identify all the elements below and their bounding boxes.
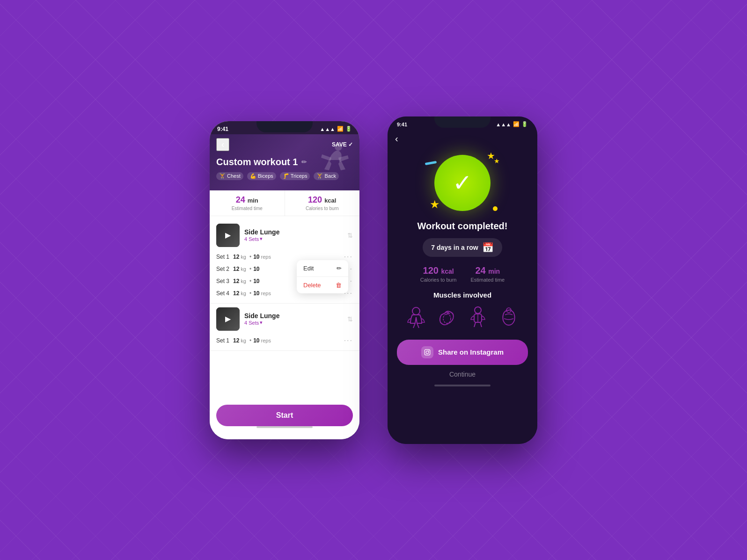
blue-dash-decoration [425, 160, 437, 165]
set-kg-1-1: kg [241, 254, 246, 260]
chevron-down-icon: ▾ [260, 236, 263, 242]
set-kg-1-4: kg [241, 291, 246, 296]
exercise-sets-2[interactable]: 4 Sets ▾ [244, 320, 343, 326]
hero-area: ‹ SAVE ✓ Custom workout 1 ✏ 🏋 Chest 💪 Bi… [210, 134, 359, 190]
time-stat: 24 min Estimated time [210, 190, 285, 216]
workout-title: Custom workout 1 [216, 157, 298, 167]
exercise-name-1: Side Lunge [244, 228, 343, 236]
phone1-time: 9:41 [217, 126, 228, 132]
set-label-1-3: Set 3 [216, 278, 233, 284]
p2-battery-icon: 🔋 [521, 121, 528, 127]
calories-value: 120 kcal [289, 195, 356, 205]
time-unit: min [248, 197, 258, 204]
star-icon-2: ★ [430, 198, 440, 211]
calories-stat: 120 kcal Calories to burn [285, 190, 360, 216]
workout-title-row: Custom workout 1 ✏ [210, 155, 359, 169]
exercise-thumb-2[interactable]: ▶ [216, 307, 240, 331]
set-weight-1-4: 12 [233, 290, 239, 297]
muscles-title: Muscles involved [397, 291, 528, 299]
continue-button[interactable]: Continue [449, 371, 476, 378]
instagram-share-button[interactable]: Share on Instagram [397, 340, 528, 365]
workout-completed-title: Workout completed! [417, 221, 508, 232]
context-menu-delete[interactable]: Delete 🗑 [297, 277, 348, 293]
p2-time-label: Estimated time [470, 277, 505, 283]
set-reps-unit-1-1: reps [261, 254, 271, 260]
exercise-thumb-1[interactable]: ▶ [216, 224, 240, 247]
start-button[interactable]: Start [216, 405, 353, 426]
more-icon-2-1[interactable]: ··· [344, 336, 353, 345]
start-button-container: Start [210, 399, 359, 439]
svg-rect-7 [425, 349, 430, 355]
streak-text: 7 days in a row [431, 244, 478, 251]
set-dot-1-3: • [249, 278, 251, 284]
context-menu-edit[interactable]: Edit ✏ [297, 260, 348, 277]
phone2-status-icons: ▲▲▲ 📶 🔋 [496, 121, 528, 127]
sort-icon-1[interactable]: ⇅ [347, 232, 353, 239]
set-reps-1-3: 10 [253, 278, 259, 284]
sort-icon-2[interactable]: ⇅ [347, 315, 353, 323]
instagram-button-label: Share on Instagram [438, 348, 504, 356]
phones-container: 9:41 ▲▲▲ 📶 🔋 [210, 116, 537, 444]
p2-signal-icon: ▲▲▲ [496, 122, 511, 127]
exercise-sets-1[interactable]: 4 Sets ▾ [244, 236, 343, 242]
p2-time-number: 24 [475, 265, 485, 276]
back-button[interactable]: ‹ [216, 138, 229, 151]
muscle-tag-biceps[interactable]: 💪 Biceps [247, 172, 276, 180]
set-reps-2-1: 10 [253, 337, 259, 344]
play-icon-1: ▶ [225, 231, 231, 240]
set-dot-1-4: • [249, 290, 251, 297]
set-reps-1-2: 10 [253, 266, 259, 272]
edit-label: Edit [303, 265, 314, 272]
set-dot-1-1: • [249, 254, 251, 260]
signal-icon: ▲▲▲ [320, 126, 335, 132]
save-button[interactable]: SAVE ✓ [332, 141, 353, 148]
instagram-icon [421, 346, 433, 358]
muscle-tag-chest[interactable]: 🏋 Chest [216, 172, 243, 180]
streak-badge: 7 days in a row 📅 [423, 238, 502, 257]
p2-calories-stat: 120 kcal Calories to burn [420, 265, 457, 283]
muscles-icons [397, 305, 528, 330]
yellow-dot-decoration [493, 206, 498, 211]
set-reps-1-1: 10 [253, 254, 259, 260]
p2-calories-number: 120 [423, 265, 439, 276]
set-weight-1-1: 12 [233, 254, 239, 260]
set-kg-1-2: kg [241, 266, 246, 272]
set-weight-1-2: 12 [233, 266, 239, 272]
phone2-back-button[interactable]: ‹ [388, 130, 406, 148]
p2-time-unit: min [488, 268, 500, 275]
svg-point-8 [426, 351, 429, 354]
exercise-sets-label-1: 4 Sets [244, 236, 259, 242]
streak-emoji: 📅 [482, 242, 494, 253]
exercise-name-2: Side Lunge [244, 312, 343, 320]
phone1-home-indicator [256, 426, 313, 428]
set-label-1-1: Set 1 [216, 254, 233, 260]
more-icon-1-1[interactable]: ··· [344, 253, 353, 261]
star-icon-3: ★ [494, 157, 500, 165]
time-number: 24 [236, 195, 245, 204]
svg-point-1 [412, 307, 420, 315]
muscle-tag-triceps[interactable]: 🦵 Triceps [280, 172, 310, 180]
p2-calories-value: 120 kcal [420, 265, 457, 276]
success-circle: ✓ [434, 155, 491, 211]
set-reps-1-4: 10 [253, 290, 259, 297]
exercise-card-2: ▶ Side Lunge 4 Sets ▾ ⇅ Set 1 [210, 304, 359, 351]
chest-label: Chest [227, 173, 241, 179]
chevron-down-icon-2: ▾ [260, 320, 263, 326]
edit-title-icon[interactable]: ✏ [301, 158, 307, 166]
set-dot-2-1: • [249, 337, 251, 344]
muscle-tags: 🏋 Chest 💪 Biceps 🦵 Triceps 🏋 Back [210, 169, 359, 183]
exercise-card-1: ▶ Side Lunge 4 Sets ▾ ⇅ [210, 220, 359, 304]
trash-icon: 🗑 [336, 282, 342, 289]
svg-point-9 [428, 350, 429, 351]
phone1-notch [256, 121, 313, 132]
biceps-icon: 💪 [250, 173, 256, 179]
phone1-status-icons: ▲▲▲ 📶 🔋 [320, 126, 352, 132]
muscle-tag-back[interactable]: 🏋 Back [314, 172, 338, 180]
set-reps-unit-1-4: reps [261, 291, 271, 296]
set-kg-2-1: kg [241, 338, 246, 343]
stats-bar: 24 min Estimated time 120 kcal Calories … [210, 190, 359, 216]
muscle-chest-icon [404, 305, 428, 330]
time-label: Estimated time [213, 206, 281, 211]
checkmark-icon: ✓ [453, 171, 472, 195]
p2-calories-label: Calories to burn [420, 277, 457, 283]
